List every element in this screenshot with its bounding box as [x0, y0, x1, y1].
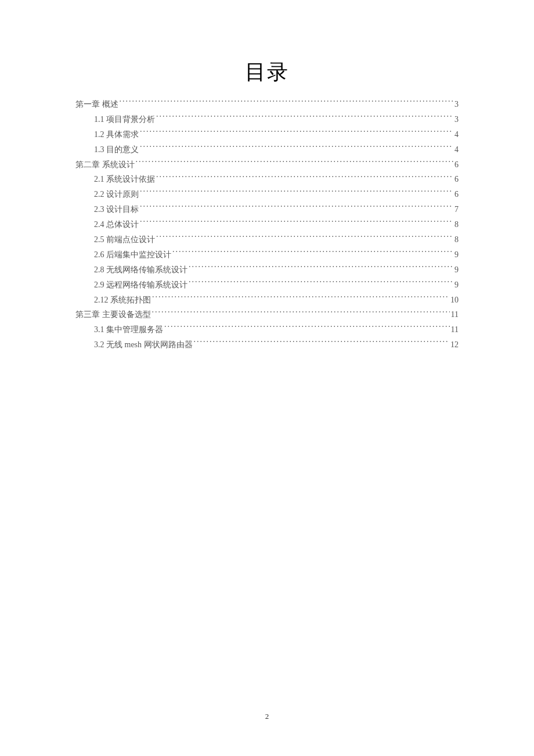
toc-label: 2.8 无线网络传输系统设计 — [94, 262, 187, 278]
toc-entry: 2.6 后端集中监控设计 9 — [75, 247, 459, 262]
toc-leader-dots — [152, 309, 450, 317]
toc-page-ref: 10 — [450, 293, 459, 308]
toc-entry: 2.2 设计原则 6 — [75, 187, 459, 202]
toc-leader-dots — [140, 204, 453, 212]
toc-leader-dots — [140, 144, 453, 152]
toc-leader-dots — [189, 279, 453, 287]
toc-entry: 1.3 目的意义 4 — [75, 142, 459, 157]
toc-label: 2.4 总体设计 — [94, 217, 139, 232]
toc-entry: 1.2 具体需求 4 — [75, 127, 459, 142]
toc-entry: 2.4 总体设计 8 — [75, 217, 459, 232]
toc-label: 3.1 集中管理服务器 — [94, 322, 163, 337]
toc-page-ref: 7 — [454, 202, 459, 217]
toc-entry: 3.2 无线 mesh 网状网路由器 12 — [75, 337, 459, 352]
document-page: 目录 第一章 概述 3 1.1 项目背景分析 3 1.2 具体需求 4 1.3 … — [0, 0, 534, 352]
toc-entry: 2.9 远程网络传输系统设计 9 — [75, 278, 459, 293]
toc-label: 2.9 远程网络传输系统设计 — [94, 278, 187, 293]
toc-leader-dots — [172, 249, 453, 257]
toc-leader-dots — [152, 294, 449, 303]
toc-page-ref: 4 — [454, 142, 459, 157]
toc-entry: 1.1 项目背景分析 3 — [75, 112, 459, 127]
toc-page-ref: 6 — [454, 172, 459, 187]
toc-entry: 第三章 主要设备选型 11 — [75, 307, 459, 322]
toc-label: 2.1 系统设计依据 — [94, 172, 155, 187]
toc-page-ref: 8 — [454, 232, 459, 247]
toc-page-ref: 3 — [454, 112, 459, 127]
toc-leader-dots — [140, 189, 453, 197]
toc-label: 第二章 系统设计 — [75, 157, 135, 172]
toc-label: 1.2 具体需求 — [94, 127, 139, 142]
toc-leader-dots — [189, 264, 453, 272]
toc-label: 2.3 设计目标 — [94, 202, 139, 217]
toc-label: 2.6 后端集中监控设计 — [94, 247, 171, 262]
toc-label: 2.5 前端点位设计 — [94, 232, 155, 247]
toc-leader-dots — [140, 219, 453, 227]
toc-entry: 第二章 系统设计 6 — [75, 157, 459, 172]
toc-entry: 3.1 集中管理服务器 11 — [75, 322, 459, 337]
toc-leader-dots — [140, 129, 453, 137]
toc-page-ref: 12 — [450, 337, 459, 352]
toc-leader-dots — [156, 174, 453, 182]
toc-leader-dots — [164, 324, 450, 332]
toc-page-ref: 3 — [454, 97, 459, 112]
toc-label: 2.12 系统拓扑图 — [94, 293, 151, 308]
toc-leader-dots — [120, 99, 454, 107]
toc-page-ref: 9 — [454, 278, 459, 293]
toc-page-ref: 6 — [454, 187, 459, 202]
toc-leader-dots — [136, 159, 454, 167]
toc-leader-dots — [194, 339, 449, 347]
toc-leader-dots — [156, 114, 453, 122]
table-of-contents: 第一章 概述 3 1.1 项目背景分析 3 1.2 具体需求 4 1.3 目的意… — [75, 97, 459, 352]
toc-label: 第一章 概述 — [75, 97, 118, 112]
toc-page-ref: 9 — [454, 247, 459, 262]
toc-entry: 2.12 系统拓扑图 10 — [75, 293, 459, 308]
toc-entry: 2.8 无线网络传输系统设计 9 — [75, 262, 459, 278]
toc-page-ref: 8 — [454, 217, 459, 232]
toc-label: 第三章 主要设备选型 — [75, 307, 151, 322]
toc-page-ref: 4 — [454, 127, 459, 142]
toc-page-ref: 6 — [454, 157, 459, 172]
page-number: 2 — [0, 712, 534, 721]
toc-entry: 2.1 系统设计依据 6 — [75, 172, 459, 187]
toc-entry: 2.3 设计目标 7 — [75, 202, 459, 217]
toc-label: 1.1 项目背景分析 — [94, 112, 155, 127]
toc-label: 3.2 无线 mesh 网状网路由器 — [94, 337, 193, 352]
toc-entry: 2.5 前端点位设计 8 — [75, 232, 459, 247]
toc-page-ref: 9 — [454, 262, 459, 278]
toc-title: 目录 — [75, 58, 459, 87]
toc-label: 2.2 设计原则 — [94, 187, 139, 202]
toc-leader-dots — [156, 234, 453, 242]
toc-entry: 第一章 概述 3 — [75, 97, 459, 112]
toc-page-ref: 11 — [451, 322, 459, 337]
toc-page-ref: 11 — [451, 307, 459, 322]
toc-label: 1.3 目的意义 — [94, 142, 139, 157]
